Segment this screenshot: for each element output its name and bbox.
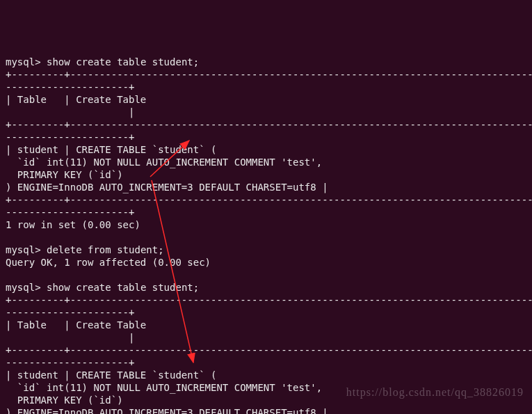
create-table-line: `id` int(11) NOT NULL AUTO_INCREMENT COM… <box>6 382 322 393</box>
table-border: ---------------------+ <box>6 81 134 93</box>
result-line: 1 row in set (0.00 sec) <box>6 219 140 230</box>
prompt: mysql> <box>6 282 41 293</box>
create-table-line: `id` int(11) NOT NULL AUTO_INCREMENT COM… <box>6 157 322 168</box>
create-table-line: | student | CREATE TABLE `student` ( <box>6 144 216 155</box>
table-header: | Table | Create Table <box>6 94 532 105</box>
result-line: Query OK, 1 row affected (0.00 sec) <box>6 257 211 268</box>
create-table-line: | student | CREATE TABLE `student` ( <box>6 369 216 381</box>
table-border: ---------------------+ <box>6 307 134 318</box>
table-border: ---------------------+ <box>6 132 134 143</box>
table-border: +---------+-----------------------------… <box>6 294 532 305</box>
table-header-cont: | <box>6 106 134 118</box>
prompt: mysql> <box>6 56 41 67</box>
create-table-line: PRIMARY KEY (`id`) <box>6 395 123 406</box>
command-3: show create table student; <box>47 282 199 293</box>
create-table-line: PRIMARY KEY (`id`) <box>6 169 123 180</box>
create-table-line: ) ENGINE=InnoDB AUTO_INCREMENT=3 DEFAULT… <box>6 182 328 193</box>
table-border: +---------+-----------------------------… <box>6 194 532 205</box>
table-border: +---------+-----------------------------… <box>6 344 532 356</box>
command-2: delete from student; <box>47 244 164 255</box>
table-header-cont: | <box>6 332 134 343</box>
table-border: +---------+-----------------------------… <box>6 69 532 80</box>
create-table-line: ) ENGINE=InnoDB AUTO_INCREMENT=3 DEFAULT… <box>6 407 328 414</box>
terminal-output: mysql> show create table student; +-----… <box>6 56 526 414</box>
prompt: mysql> <box>6 244 41 255</box>
table-border: ---------------------+ <box>6 207 134 218</box>
table-border: ---------------------+ <box>6 357 134 368</box>
table-border: +---------+-----------------------------… <box>6 119 532 130</box>
command-1: show create table student; <box>47 56 199 67</box>
table-header: | Table | Create Table <box>6 319 532 331</box>
